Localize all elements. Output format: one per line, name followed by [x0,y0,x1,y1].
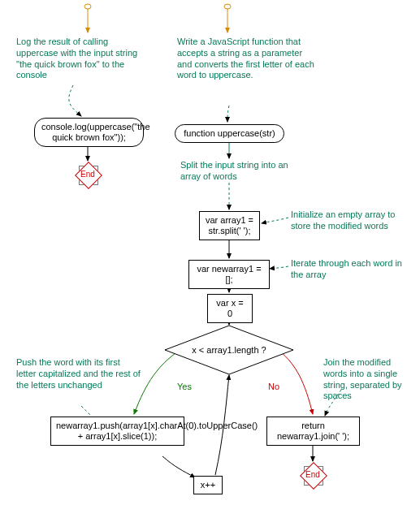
svg-point-0 [84,4,91,9]
node-newarray-stmt: var newarray1 = []; [188,260,270,289]
end-node-left: End [76,162,100,187]
annotation-log-result: Log the result of calling uppercase with… [16,37,150,81]
end-label: End [301,470,325,479]
edge-no: No [268,382,279,391]
svg-point-1 [224,4,231,9]
node-varx-stmt: var x = 0 [207,294,253,323]
annotation-iterate: Iterate through each word in the array [291,258,413,281]
annotation-push: Push the word with its first letter capi… [16,357,142,391]
end-label: End [76,170,100,179]
node-incr-stmt: x++ [193,476,223,494]
node-decision: x < array1.length ? [164,325,294,375]
node-function-decl: function uppercase(str) [175,124,284,143]
end-node-right: End [301,463,325,487]
node-push-stmt: newarray1.push(array1[x].charAt(0).toUpp… [50,417,184,446]
edge-yes: Yes [177,382,192,391]
annotation-write-function: Write a JavaScript function that accepts… [177,37,315,81]
annotation-join: Join the modified words into a single st… [323,357,417,402]
annotation-split: Split the input string into an array of … [180,160,294,183]
node-return-stmt: return newarray1.join(' '); [266,417,360,446]
flowchart-canvas: Log the result of calling uppercase with… [0,0,420,518]
annotation-init-array: Initialize an empty array to store the m… [291,209,413,232]
node-split-stmt: var array1 = str.split(' '); [199,211,260,240]
decision-text: x < array1.length ? [164,345,294,355]
node-console-log: console.log(uppercase("the quick brown f… [34,118,144,147]
